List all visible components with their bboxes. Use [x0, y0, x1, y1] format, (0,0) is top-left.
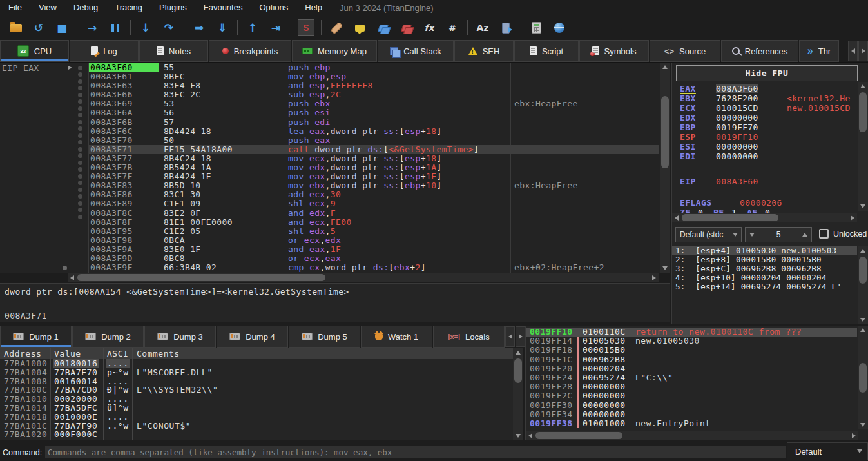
disasm-row[interactable]: 008A3F6B57push edi	[89, 118, 659, 127]
pause-button[interactable]	[106, 18, 125, 37]
stack-panel[interactable]: 0019FF100100110Creturn to new.0100110C f…	[525, 326, 868, 440]
disasm-row[interactable]: 008A3F7B8B5424 1Amov edx,dword ptr ss:[e…	[89, 163, 659, 172]
tab-symbols[interactable]: Symbols	[579, 40, 649, 62]
unlocked-checkbox[interactable]	[819, 229, 829, 239]
disassembly-rows[interactable]: 008A3F6055push ebp008A3F618BECmov ebp,es…	[89, 63, 659, 272]
dump-value[interactable]: 000F000C	[54, 430, 97, 439]
arguments-panel[interactable]: 1: [esp+4] 01005030 new.01005032: [esp+8…	[671, 246, 868, 324]
stack-rows[interactable]: 0019FF100100110Creturn to new.0100110C f…	[526, 328, 857, 428]
dump-vscrollbar[interactable]	[513, 348, 523, 440]
dump-tab-dump-3[interactable]: Dump 3	[144, 326, 216, 348]
tab-log[interactable]: Log	[70, 40, 139, 62]
argument-row[interactable]: 3: [esp+C] 006962B8 006962B8	[672, 264, 857, 273]
dump-value[interactable]: 00180016	[53, 359, 99, 368]
registers-panel[interactable]: Hide FPU EAX008A3F60EBX7628E200<kernel32…	[671, 63, 868, 224]
stack-value[interactable]: 00000000	[583, 401, 626, 410]
breakpoint-dot[interactable]	[78, 208, 82, 212]
disasm-row[interactable]: 008A3F6A56push esi	[89, 108, 659, 117]
stack-value[interactable]: 01001000	[583, 419, 626, 428]
stack-row[interactable]: 0019FF18000015B0	[526, 346, 857, 355]
scrollbar-handle[interactable]	[77, 274, 325, 281]
scrollbar-handle[interactable]	[514, 358, 522, 383]
scrollbar-handle[interactable]	[859, 92, 867, 132]
menu-item-help[interactable]: Help	[296, 0, 331, 15]
jit-button[interactable]	[496, 18, 516, 37]
tab-scroll-left-button[interactable]	[505, 326, 515, 347]
dump-value[interactable]: 77BA5DFC	[54, 404, 97, 413]
step-over-button[interactable]: ↷	[159, 18, 178, 37]
breakpoint-dot[interactable]	[78, 79, 82, 84]
tab-call-stack[interactable]: Call Stack	[378, 40, 454, 62]
register-row-esp[interactable]: ESP0019FF10	[672, 132, 856, 142]
run-to-user-code-button[interactable]: ⇥	[266, 18, 285, 37]
argument-count-spinner[interactable]: 5	[745, 227, 812, 242]
internet-button[interactable]	[550, 18, 569, 37]
stack-row[interactable]: 0019FF3801001000new.EntryPoint	[526, 419, 857, 428]
breakpoint-dot[interactable]	[78, 86, 82, 90]
scrollbar-handle[interactable]	[859, 257, 867, 284]
breakpoint-dot[interactable]	[78, 106, 82, 111]
register-row-edi[interactable]: EDI00000000	[672, 152, 856, 161]
tab-scroll-right-button[interactable]	[858, 41, 868, 61]
register-value[interactable]: 7628E200	[716, 93, 758, 103]
open-file-button[interactable]	[6, 18, 25, 37]
register-value[interactable]: 010015CD	[716, 103, 758, 113]
breakpoint-dot[interactable]	[78, 153, 82, 158]
disasm-row[interactable]: 008A3F71FF15 54A18A00call dword ptr ds:[…	[89, 145, 659, 154]
dump-row[interactable]: 77BA100477BA7E70p~°wL"MSCOREE.DLL"	[0, 368, 512, 377]
registers-hscrollbar[interactable]	[672, 213, 857, 222]
disassembly-panel[interactable]: EIP EAX 008A3F6055push ebp008A3F618BECmo…	[0, 63, 670, 273]
stack-value[interactable]: 00000000	[583, 410, 626, 419]
register-value[interactable]: 00000000	[716, 152, 758, 161]
tab-seh[interactable]: SEH	[454, 40, 514, 62]
breakpoint-dot[interactable]	[78, 99, 82, 104]
dump-header-asci[interactable]: ASCI	[107, 349, 128, 358]
hash-button[interactable]: #	[443, 18, 462, 37]
stack-row[interactable]: 0019FF3400000000	[526, 410, 857, 419]
stack-row[interactable]: 0019FF1C006962B8	[526, 355, 857, 364]
stack-row[interactable]: 0019FF3000000000	[526, 401, 857, 410]
stack-row[interactable]: 0019FF1401005030new.01005030	[526, 337, 857, 346]
comment-button[interactable]	[350, 18, 369, 37]
disasm-row[interactable]: 008A3F980BCAor ecx,edx	[89, 236, 659, 245]
breakpoint-dot[interactable]	[78, 113, 82, 117]
dump-value[interactable]: 77BA7E70	[54, 368, 97, 377]
stack-hscrollbar[interactable]	[526, 431, 858, 440]
disasm-row[interactable]: 008A3F6953push ebxebx:HeapFree	[89, 99, 659, 108]
disasm-row[interactable]: 008A3F9F66:3B4B 02cmp cx,word ptr ds:[eb…	[89, 263, 659, 272]
stack-value[interactable]: 00000000	[583, 391, 626, 400]
tab-source[interactable]: <>Source	[650, 40, 720, 62]
disasm-row[interactable]: 008A3F6C8D4424 18lea eax,dword ptr ss:[e…	[89, 127, 659, 136]
register-value[interactable]: 008A3F60	[716, 84, 758, 93]
stack-value[interactable]: 0100110C	[583, 328, 626, 337]
tab-breakpoints[interactable]: Breakpoints	[209, 40, 291, 62]
breakpoint-dot[interactable]	[78, 140, 82, 144]
dump-tab-watch-1[interactable]: Watch 1	[361, 326, 432, 348]
disasm-row[interactable]: 008A3F6383E4 F8and esp,FFFFFFF8	[89, 81, 659, 90]
tab-script[interactable]: Script	[514, 40, 579, 62]
register-row-edx[interactable]: EDX00000000	[672, 113, 856, 123]
disasm-row[interactable]: 008A3F778B4C24 18mov ecx,dword ptr ss:[e…	[89, 154, 659, 163]
disasm-row[interactable]: 008A3F8F81E1 00FE0000and ecx,FE00	[89, 218, 659, 227]
disasm-row[interactable]: 008A3F6055push ebp	[89, 63, 659, 72]
calling-convention-select[interactable]: Default (stdc	[675, 227, 742, 242]
menu-item-options[interactable]: Options	[251, 0, 296, 15]
dump-row[interactable]: 77BA100800160014....	[0, 377, 512, 386]
breakpoint-dot[interactable]	[78, 167, 82, 172]
menu-item-plugins[interactable]: Plugins	[151, 0, 195, 15]
stack-value[interactable]: 00000204	[583, 364, 626, 373]
argument-rows[interactable]: 1: [esp+4] 01005030 new.01005032: [esp+8…	[672, 246, 868, 291]
disasm-row[interactable]: 008A3F7050push eax	[89, 136, 659, 145]
registers-vscrollbar[interactable]	[858, 82, 868, 211]
register-row-ebx[interactable]: EBX7628E200<kernel32.He	[672, 93, 856, 103]
restart-button[interactable]: ↺	[29, 18, 48, 37]
dump-row[interactable]: 77BA10180010000E....	[0, 413, 512, 422]
dump-tab-locals[interactable]: |x=|Locals	[433, 326, 505, 348]
register-value[interactable]: 0019FF70	[716, 123, 758, 132]
register-value[interactable]: 008A3F60	[716, 177, 758, 186]
disasm-row[interactable]: 008A3F95C1E2 05shl edx,5	[89, 227, 659, 236]
trace-into-button[interactable]: ⇒	[189, 18, 209, 37]
dump-tab-dump-2[interactable]: Dump 2	[72, 326, 144, 348]
breakpoint-dot[interactable]	[78, 174, 82, 179]
register-row-eip[interactable]: EIP008A3F60	[672, 177, 856, 186]
